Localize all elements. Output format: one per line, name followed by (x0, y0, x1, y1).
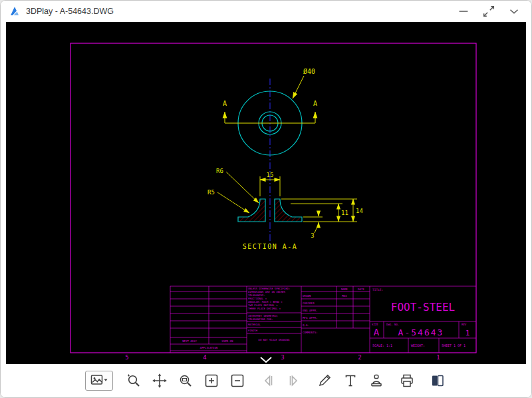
toolbar-group-renderstyle (85, 371, 113, 391)
title-block: UNLESS OTHERWISE SPECIFIED: DIMENSIONS A… (170, 286, 476, 353)
name-column-header: NAME (341, 288, 348, 291)
expand-icon[interactable] (479, 3, 498, 19)
date-column-header: DATE (358, 288, 365, 291)
approval-row-label: COMMENTS: (303, 331, 318, 334)
pages-panel-button[interactable] (428, 371, 448, 391)
dimension-width: 15 (267, 172, 274, 178)
dimension-height-total: 14 (356, 208, 363, 214)
dropdown-arrow-icon (104, 379, 107, 381)
do-not-scale-note: DO NOT SCALE DRAWING (259, 338, 291, 341)
toolbar-group-views (258, 371, 304, 391)
zoom-out-button[interactable] (227, 371, 247, 391)
pan-button[interactable] (150, 371, 170, 391)
dwg-no-value: A-54643 (398, 327, 444, 337)
title-block-lines (170, 286, 476, 353)
previous-view-button[interactable] (258, 371, 278, 391)
image-render-style-icon (90, 373, 108, 389)
section-arrow-label-right: A (313, 100, 317, 107)
approval-row-label: MFG APPR. (303, 316, 318, 319)
zoom-area-button[interactable] (176, 371, 196, 391)
zoom-out-icon (229, 373, 245, 389)
material-label: MATERIAL (248, 323, 261, 326)
zone-number: 1 (436, 354, 440, 361)
drawn-by-value: MAS (342, 294, 347, 298)
zone-number: 2 (358, 354, 361, 361)
dimension-thickness: 3 (311, 232, 314, 239)
tolerance-note: THREE PLACE DECIMAL ± (248, 307, 281, 310)
application-label: APPLICATION (200, 346, 218, 349)
interpret-note: TOLERANCING PER: (248, 317, 273, 321)
section-view: 15 14 11 3 R6 R5 SECTION A-A (207, 168, 363, 250)
markup-button[interactable] (315, 371, 334, 391)
chevron-down-icon[interactable] (505, 3, 523, 19)
app-logo-icon (9, 5, 21, 17)
stamp-icon (368, 373, 384, 389)
render-style-button[interactable] (85, 371, 113, 391)
zoom-button[interactable] (124, 371, 144, 391)
sheet-text: SHEET 1 OF 1 (442, 343, 466, 347)
zone-number: 3 (281, 354, 284, 361)
title-bar[interactable]: 3DPlay - A-54643.DWG (1, 1, 531, 22)
size-label: SIZE (372, 323, 378, 326)
toolbar-group-print (397, 371, 417, 391)
rev-label: REV (462, 323, 467, 326)
window-title: 3DPlay - A-54643.DWG (26, 7, 114, 16)
markup-pencil-icon (317, 373, 332, 389)
approval-row-label: DRAWN (303, 294, 311, 298)
weight-text: WEIGHT: (411, 343, 425, 347)
viewer-canvas[interactable]: 5 4 3 2 1 (6, 22, 526, 364)
pan-icon (152, 373, 168, 389)
dimension-r6: R6 (216, 168, 223, 174)
zone-number: 4 (203, 354, 206, 361)
dimension-diameter: Ø40 (303, 68, 315, 75)
bottom-toolbar (1, 364, 531, 397)
title-block-text: UNLESS OTHERWISE SPECIFIED: DIMENSIONS A… (182, 287, 469, 349)
stamp-button[interactable] (366, 371, 386, 391)
size-value: A (374, 327, 380, 337)
dimension-r5: R5 (207, 189, 215, 196)
toolbar-group-markup (315, 371, 386, 391)
section-view-title: SECTION A-A (243, 243, 298, 250)
border-zone-numbers: 5 4 3 2 1 (125, 354, 440, 361)
approval-row-label: CHECKED (303, 301, 315, 305)
next-view-icon (286, 373, 302, 389)
used-on-label: USED ON (222, 339, 233, 343)
text-button[interactable] (340, 371, 360, 391)
approval-row-label: Q.A. (303, 323, 309, 327)
print-button[interactable] (397, 371, 417, 391)
zoom-icon (126, 373, 142, 389)
window-controls (454, 3, 523, 19)
dwg-no-label: DWG. NO. (386, 323, 399, 326)
previous-view-icon (260, 373, 276, 389)
approval-row-label: ENG APPR. (303, 309, 318, 312)
toolbar-collapse-chevron[interactable] (260, 357, 272, 363)
zoom-area-icon (178, 373, 194, 389)
text-note-icon (342, 373, 358, 389)
toolbar-group-zoom (124, 371, 247, 391)
toolbar-group-panel (428, 371, 448, 391)
next-view-button[interactable] (284, 371, 304, 391)
title-label: TITLE: (372, 288, 383, 292)
next-assy-label: NEXT ASSY (182, 339, 197, 343)
app-window: 3DPlay - A-54643.DWG (0, 0, 532, 398)
zoom-in-icon (203, 373, 219, 389)
drawing-title: FOOT-STEEL (391, 301, 455, 313)
scale-text: SCALE: 1:1 (372, 343, 392, 347)
section-dimension-lines (217, 172, 357, 233)
section-arrow-label-left: A (223, 100, 227, 107)
zoom-in-button[interactable] (201, 371, 221, 391)
rev-value: 1 (466, 329, 470, 337)
drawing-sheet[interactable]: 5 4 3 2 1 (6, 22, 526, 364)
pages-panel-icon (430, 373, 446, 389)
minimize-icon[interactable] (454, 3, 473, 19)
finish-label: FINISH (248, 329, 258, 332)
zone-number: 5 (125, 354, 128, 361)
dimension-height-inner: 11 (341, 210, 348, 216)
print-icon (399, 373, 415, 389)
